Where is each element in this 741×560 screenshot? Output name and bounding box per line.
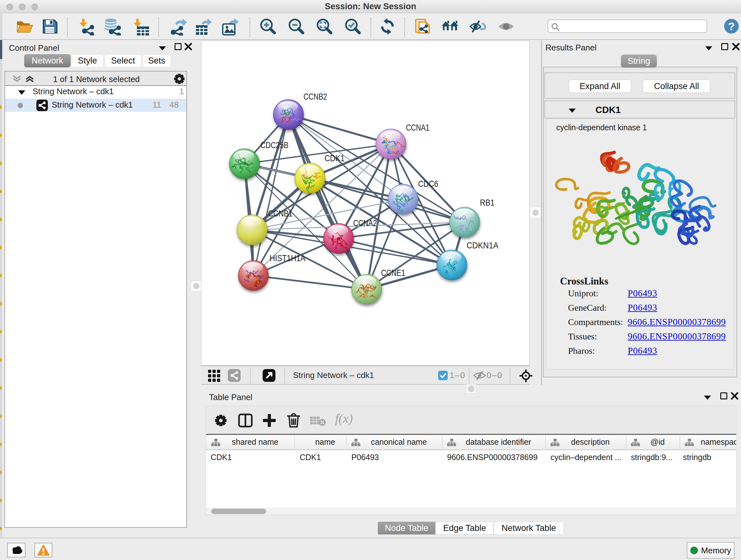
svg-text:CDKN1A: CDKN1A — [467, 240, 498, 250]
svg-text:HIST1H1A: HIST1H1A — [270, 253, 306, 263]
svg-text:CDC25B: CDC25B — [260, 140, 288, 150]
svg-text:CCNA1: CCNA1 — [406, 123, 429, 132]
svg-text:CCNB2: CCNB2 — [304, 91, 327, 102]
svg-text:CCNB1: CCNB1 — [268, 208, 293, 219]
svg-text:CDK1: CDK1 — [325, 153, 345, 163]
svg-text:RB1: RB1 — [480, 198, 495, 207]
svg-text:CCNA2: CCNA2 — [353, 218, 377, 228]
svg-text:CDC6: CDC6 — [418, 179, 438, 189]
svg-text:CCNE1: CCNE1 — [381, 268, 405, 278]
